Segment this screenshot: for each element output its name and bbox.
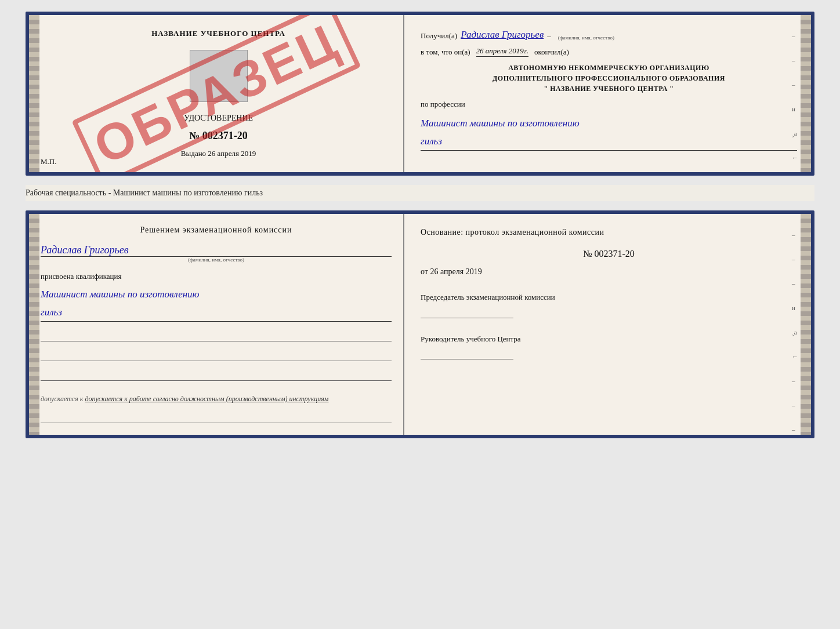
- director-sig-line: [421, 348, 513, 359]
- org-line2: ДОПОЛНИТЕЛЬНОГО ПРОФЕССИОНАЛЬНОГО ОБРАЗО…: [421, 73, 797, 83]
- profession-name: Машинист машины по изготовлению гильз: [421, 115, 797, 151]
- dash-b6: ←: [792, 353, 798, 360]
- protocol-number: № 002371-20: [421, 249, 797, 259]
- dash-b4: и: [792, 304, 798, 311]
- qual-label: присвоена квалификация: [41, 272, 392, 281]
- dash-b8: –: [792, 402, 798, 409]
- mp-label: М.П.: [41, 157, 56, 166]
- qual-line1: Машинист машины по изготовлению: [41, 289, 200, 300]
- dash-b5: ¸а: [792, 329, 798, 336]
- protocol-date-prefix: от: [421, 267, 428, 276]
- blank-line-1: [41, 331, 392, 341]
- training-center-title: НАЗВАНИЕ УЧЕБНОГО ЦЕНТРА: [151, 29, 285, 38]
- dash-b1: –: [792, 231, 798, 238]
- dash-b3: –: [792, 280, 798, 287]
- org-block: АВТОНОМНУЮ НЕКОММЕРЧЕСКУЮ ОРГАНИЗАЦИЮ ДО…: [421, 63, 797, 94]
- org-line3: " НАЗВАНИЕ УЧЕБНОГО ЦЕНТРА ": [421, 83, 797, 94]
- top-doc-right: Получил(а) Радислав Григорьев – (фамилия…: [404, 15, 811, 172]
- dash-b2: –: [792, 256, 798, 263]
- profession-line2: гильз: [421, 136, 442, 147]
- allow-suffix: допускается к работе согласно должностны…: [85, 395, 328, 403]
- completed-date: 26 апреля 2019г.: [476, 46, 528, 57]
- bottom-document: Решением экзаменационной комиссии Радисл…: [26, 210, 814, 438]
- dash6: ←: [792, 154, 798, 161]
- dash3: –: [792, 81, 798, 88]
- blank-line-2: [41, 351, 392, 361]
- person-name-label: (фамилия, имя, отчество): [41, 257, 392, 263]
- dash5: ¸а: [792, 130, 798, 137]
- left-stripe-decoration: [29, 15, 39, 172]
- qual-name: Машинист машины по изготовлению гильз: [41, 286, 392, 322]
- recipient-line: Получил(а) Радислав Григорьев – (фамилия…: [421, 29, 797, 41]
- resolution-title: Решением экзаменационной комиссии: [41, 226, 392, 235]
- right-stripe-decoration: [801, 15, 811, 172]
- right-stripe-decoration-2: [801, 214, 811, 435]
- dash1: –: [792, 32, 798, 39]
- completed-suffix: окончил(а): [534, 48, 569, 57]
- director-block: Руководитель учебного Центра: [421, 333, 797, 360]
- profession-label: по профессии: [421, 100, 797, 109]
- dash2: –: [792, 57, 798, 64]
- top-document: НАЗВАНИЕ УЧЕБНОГО ЦЕНТРА УДОСТОВЕРЕНИЕ №…: [26, 12, 814, 176]
- photo-placeholder: [190, 50, 248, 102]
- completed-prefix: в том, что он(а): [421, 48, 470, 57]
- basis-title: Основание: протокол экзаменационной коми…: [421, 228, 797, 237]
- blank-line-3: [41, 370, 392, 381]
- profession-line1: Машинист машины по изготовлению: [421, 118, 580, 129]
- blank-line-4: [41, 413, 392, 423]
- subtitle-text: Рабочая специальность - Машинист машины …: [26, 185, 814, 201]
- allow-text: допускается к допускается к работе согла…: [41, 395, 392, 403]
- issued-prefix: Выдано: [181, 149, 206, 158]
- recipient-name-label: (фамилия, имя, отчество): [558, 35, 614, 41]
- dash4: и: [792, 106, 798, 112]
- protocol-date: от 26 апреля 2019: [421, 267, 797, 277]
- certificate-number: № 002371-20: [189, 130, 248, 142]
- dash-b9: –: [792, 426, 798, 433]
- dash-b7: –: [792, 377, 798, 384]
- chairman-title: Председатель экзаменационной комиссии: [421, 292, 797, 303]
- person-name-block: Радислав Григорьев (фамилия, имя, отчест…: [41, 244, 392, 263]
- chairman-sig-line: [421, 307, 513, 318]
- left-stripe-decoration-2: [29, 214, 39, 435]
- bottom-doc-left: Решением экзаменационной комиссии Радисл…: [29, 214, 404, 435]
- protocol-date-value: 26 апреля 2019: [430, 267, 481, 276]
- received-prefix: Получил(а): [421, 31, 457, 41]
- issued-date: Выдано 26 апреля 2019: [181, 149, 256, 158]
- recipient-name: Радислав Григорьев: [461, 29, 544, 41]
- person-name: Радислав Григорьев: [41, 244, 392, 257]
- allow-prefix: допускается к: [41, 395, 85, 403]
- issued-date-value: 26 апреля 2019: [208, 149, 256, 158]
- side-dashes: – – – и ¸а ← – – – –: [792, 32, 798, 176]
- side-dashes-2: – – – и ¸а ← – – – –: [792, 231, 798, 438]
- bottom-doc-right: Основание: протокол экзаменационной коми…: [404, 214, 811, 435]
- org-line1: АВТОНОМНУЮ НЕКОММЕРЧЕСКУЮ ОРГАНИЗАЦИЮ: [421, 63, 797, 73]
- qual-line2: гильз: [41, 307, 62, 318]
- completed-line: в том, что он(а) 26 апреля 2019г. окончи…: [421, 46, 797, 57]
- chairman-block: Председатель экзаменационной комиссии: [421, 292, 797, 318]
- top-doc-left: НАЗВАНИЕ УЧЕБНОГО ЦЕНТРА УДОСТОВЕРЕНИЕ №…: [29, 15, 404, 172]
- director-title: Руководитель учебного Центра: [421, 333, 797, 345]
- certificate-label: УДОСТОВЕРЕНИЕ: [184, 114, 253, 123]
